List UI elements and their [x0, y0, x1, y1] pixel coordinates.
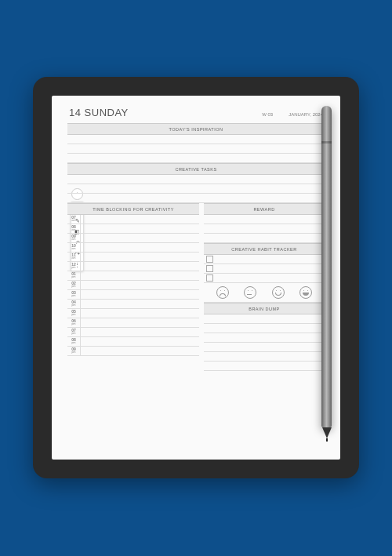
habit-row [204, 264, 325, 274]
time-blocking-header: TIME BLOCKING FOR CREATIVITY [67, 203, 199, 215]
mood-sad-icon[interactable] [216, 286, 229, 299]
time-row: 07am [67, 215, 199, 224]
time-row: 03pm [67, 290, 199, 300]
creative-tasks-area[interactable] [67, 175, 325, 203]
reward-area[interactable] [204, 215, 325, 243]
time-row: 02pm [67, 281, 199, 290]
habit-tracker-header: CREATIVE HABIT TRACKER [204, 243, 325, 255]
habit-row [204, 274, 325, 283]
time-row: 04pm [67, 300, 199, 309]
inspiration-area[interactable] [67, 135, 325, 163]
time-row: 12pm [67, 262, 199, 271]
tablet-device: ⌃ ✎ ✎ ◧ ↶ ↷ ⋮ 14 SUNDAY W 03 JANUARY, 20… [33, 77, 359, 478]
habit-checkbox[interactable] [206, 256, 213, 263]
reward-header: REWARD [204, 203, 325, 215]
habit-tracker-area[interactable] [204, 255, 325, 283]
habit-checkbox[interactable] [206, 265, 213, 272]
time-row: 10am [67, 243, 199, 253]
time-blocking-grid[interactable]: 07am 08am 09am 10am 11am 12pm 01pm 02pm … [67, 215, 199, 356]
time-row: 07pm [67, 328, 199, 337]
habit-checkbox[interactable] [206, 274, 213, 282]
mood-neutral-icon[interactable] [244, 286, 256, 299]
brain-dump-area[interactable] [204, 314, 325, 371]
time-row: 09pm [67, 347, 199, 356]
brain-dump-header: BRAIN DUMP [204, 303, 325, 314]
time-row: 05pm [67, 309, 199, 318]
habit-row [204, 255, 325, 264]
time-row: 06pm [67, 318, 199, 328]
month-year: JANUARY, 2024 [289, 112, 323, 117]
time-row: 08pm [67, 337, 199, 347]
creative-tasks-header: CREATIVE TASKS [67, 163, 325, 175]
mood-selector [204, 283, 325, 303]
mood-happy-icon[interactable] [272, 286, 285, 299]
date-heading: 14 SUNDAY [69, 107, 129, 118]
time-row: 01pm [67, 271, 199, 281]
mood-very-happy-icon[interactable] [299, 286, 312, 299]
stylus-pen [321, 106, 332, 459]
planner-page: 14 SUNDAY W 03 JANUARY, 2024 TODAY'S INS… [67, 107, 325, 449]
tablet-screen: ⌃ ✎ ✎ ◧ ↶ ↷ ⋮ 14 SUNDAY W 03 JANUARY, 20… [52, 96, 340, 460]
time-row: 09am [67, 234, 199, 243]
week-number: W 03 [262, 112, 273, 117]
inspiration-header: TODAY'S INSPIRATION [67, 123, 325, 135]
time-row: 11am [67, 253, 199, 262]
time-row: 08am [67, 224, 199, 234]
page-header: 14 SUNDAY W 03 JANUARY, 2024 [67, 107, 325, 118]
